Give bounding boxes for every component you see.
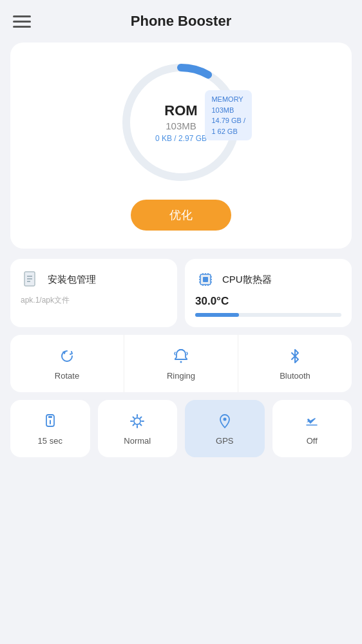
apk-card-header: 安装包管理 (21, 269, 167, 290)
apk-sub: apk.1/apk文件 (21, 295, 167, 306)
svg-line-33 (140, 417, 142, 419)
normal-label: Normal (124, 436, 151, 446)
apk-icon (21, 269, 41, 290)
15sec-item[interactable]: 15 sec (10, 400, 90, 457)
svg-point-26 (134, 418, 140, 424)
memory-badge: MEMORY 103MB 14.79 GB / 1 62 GB (205, 90, 252, 140)
gps-label: GPS (216, 436, 233, 446)
15sec-icon (41, 412, 60, 431)
rom-card: ROM 103MB 0 KB / 2.97 GB MEMORY 103MB 14… (10, 43, 352, 249)
svg-rect-24 (48, 416, 52, 418)
rotate-item[interactable]: Rotate (10, 335, 124, 392)
rotate-icon (57, 346, 77, 366)
normal-icon (128, 412, 147, 431)
badge-line3: 14.79 GB / (211, 115, 245, 126)
normal-item[interactable]: Normal (98, 400, 178, 457)
badge-line2: 103MB (211, 105, 245, 116)
svg-line-32 (140, 424, 142, 426)
quick-row-1: Rotate Ringing Blutooth (10, 335, 352, 392)
badge-line1: MEMORY (211, 94, 245, 105)
blutooth-label: Blutooth (280, 371, 310, 381)
gauge-center: ROM 103MB 0 KB / 2.97 GB (155, 102, 207, 143)
ringing-icon (171, 346, 191, 366)
rotate-label: Rotate (55, 371, 79, 381)
cpu-temp: 30.0°C (195, 295, 341, 308)
apk-card[interactable]: 安装包管理 apk.1/apk文件 (10, 259, 177, 327)
svg-rect-8 (203, 277, 208, 282)
ringing-label: Ringing (167, 371, 195, 381)
cpu-icon (195, 269, 216, 290)
off-label: Off (307, 436, 318, 446)
gps-item[interactable]: GPS (185, 400, 265, 457)
cpu-card-header: CPU散热器 (195, 269, 341, 290)
page-title: Phone Booster (131, 13, 231, 30)
apk-title: 安装包管理 (48, 274, 96, 286)
quick-row-2: 15 sec Normal GPS (10, 400, 352, 457)
cpu-card[interactable]: CPU散热器 30.0°C (185, 259, 352, 327)
gauge-container: ROM 103MB 0 KB / 2.97 GB MEMORY 103MB 14… (117, 58, 245, 187)
15sec-label: 15 sec (38, 436, 62, 446)
cpu-progress-fill (195, 313, 239, 317)
svg-line-31 (133, 417, 135, 419)
off-icon (302, 412, 321, 431)
rom-label: ROM (155, 102, 207, 119)
header: Phone Booster (0, 0, 362, 36)
gps-icon (215, 412, 234, 431)
optimize-button[interactable]: 优化 (131, 200, 231, 231)
off-item[interactable]: Off (272, 400, 352, 457)
svg-line-34 (133, 424, 135, 426)
svg-point-35 (223, 418, 226, 421)
rom-value: 103MB (155, 120, 207, 131)
cpu-title: CPU散热器 (222, 274, 272, 286)
svg-point-25 (50, 420, 51, 421)
badge-line4: 1 62 GB (211, 126, 245, 137)
rom-sub: 0 KB / 2.97 GB (155, 134, 207, 143)
blutooth-item[interactable]: Blutooth (238, 335, 352, 392)
svg-point-21 (180, 361, 182, 363)
cpu-progress-bg (195, 313, 341, 317)
blutooth-icon (285, 346, 305, 366)
info-cards-row: 安装包管理 apk.1/apk文件 (10, 259, 352, 327)
menu-button[interactable] (13, 15, 31, 28)
ringing-item[interactable]: Ringing (124, 335, 238, 392)
